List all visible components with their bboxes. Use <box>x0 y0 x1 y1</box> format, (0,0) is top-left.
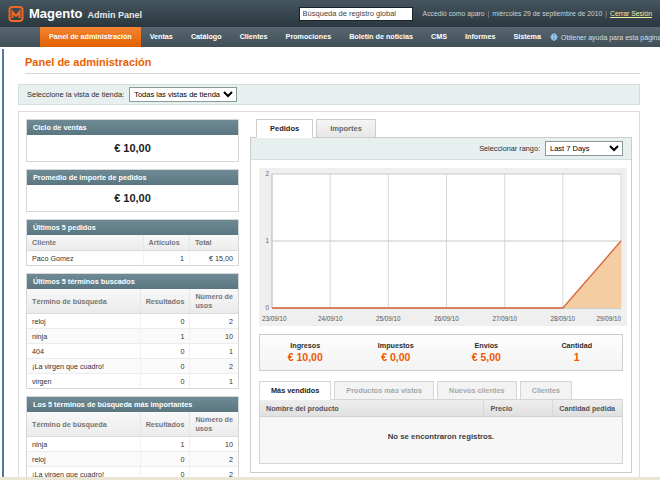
lifetime-sales-title: Ciclo de ventas <box>27 120 238 135</box>
brand-name: Magento <box>29 6 82 21</box>
top-search-table: Término de búsqueda Resultados Número de… <box>27 412 238 480</box>
range-toolbar: Seleccionar rango: Last 7 Days <box>251 138 631 160</box>
nav-item-catalogo[interactable]: Catálogo <box>182 27 231 47</box>
cell-total: € 15,00 <box>189 251 238 266</box>
stat-value: € 0,00 <box>351 351 442 363</box>
nav-item-cms[interactable]: CMS <box>422 27 456 47</box>
column-header: Número de usos <box>190 412 238 437</box>
tab-productos-mas-vistos[interactable]: Productos más vistos <box>334 381 434 400</box>
lifetime-sales-value: € 10,00 <box>27 135 238 161</box>
cell-items: 1 <box>143 251 189 266</box>
column-header: Número de usos <box>190 289 238 314</box>
svg-text:23/09/10: 23/09/10 <box>262 315 287 322</box>
table-row[interactable]: Paco Gomez 1 € 15,00 <box>27 251 238 266</box>
tab-mas-vendidos[interactable]: Más vendidos <box>259 381 331 400</box>
column-header: Cliente <box>27 235 143 251</box>
column-header: Resultados <box>140 412 190 437</box>
tab-pedidos[interactable]: Pedidos <box>256 119 313 138</box>
svg-text:24/09/10: 24/09/10 <box>318 315 343 322</box>
column-header: Resultados <box>140 289 190 314</box>
nav-item-promociones[interactable]: Promociones <box>277 27 341 47</box>
cell-uses: 10 <box>190 437 238 452</box>
products-table-header: Nombre del producto Precio Cantidad pedi… <box>260 400 622 417</box>
nav-item-clientes[interactable]: Clientes <box>231 27 277 47</box>
last-orders-widget: Últimos 5 pedidos Cliente Artículos Tota… <box>26 219 239 266</box>
range-label: Seleccionar rango: <box>479 144 540 153</box>
nav-item-dashboard[interactable]: Panel de administración <box>40 27 141 47</box>
products-table: Nombre del producto Precio Cantidad pedi… <box>259 399 623 464</box>
dashboard-container: Ciclo de ventas € 10,00 Promedio de impo… <box>18 111 640 480</box>
separator: | <box>488 10 490 17</box>
cell-uses: 2 <box>190 452 238 467</box>
tab-clientes[interactable]: Clientes <box>520 381 572 400</box>
column-header: Cantidad pedida <box>553 400 622 416</box>
cell-term: ninja <box>27 329 140 344</box>
cell-term: ¡La virgen que cuadro! <box>27 359 140 374</box>
empty-records-message: No se encontraron registros. <box>260 417 622 463</box>
cell-results: 0 <box>140 374 190 389</box>
tab-nuevos-clientes[interactable]: Nuevos clientes <box>437 381 517 400</box>
store-view-bar: Seleccione la vista de tienda: Todas las… <box>18 84 640 105</box>
nav-item-informes[interactable]: Informes <box>456 27 504 47</box>
cell-term: 404 <box>27 344 140 359</box>
page-title: Panel de administración <box>25 56 640 68</box>
stat-value: € 10,00 <box>260 351 351 363</box>
cell-results: 0 <box>140 344 190 359</box>
stat-label: Envíos <box>441 341 532 350</box>
range-select[interactable]: Last 7 Days <box>545 141 623 156</box>
cell-term: reloj <box>27 452 140 467</box>
table-row[interactable]: reloj 0 2 <box>27 314 238 329</box>
help-label: Obtener ayuda para esta página <box>561 34 660 41</box>
cell-term: reloj <box>27 314 140 329</box>
global-search-input[interactable] <box>299 7 413 21</box>
cell-term: ninja <box>27 437 140 452</box>
last-search-widget: Últimos 5 términos buscados Término de b… <box>26 273 239 389</box>
stat-value: 1 <box>532 351 623 363</box>
svg-text:28/09/10: 28/09/10 <box>551 315 576 322</box>
brand-suffix: Admin Panel <box>87 7 142 20</box>
svg-text:0: 0 <box>265 304 269 311</box>
table-row[interactable]: reloj 0 2 <box>27 452 238 467</box>
store-view-label: Seleccione la vista de tienda: <box>27 90 124 99</box>
nav-item-ventas[interactable]: Ventas <box>141 27 182 47</box>
svg-text:26/09/10: 26/09/10 <box>434 315 459 322</box>
svg-text:25/09/10: 25/09/10 <box>376 315 401 322</box>
svg-text:2: 2 <box>265 170 269 177</box>
cell-results: 1 <box>140 329 190 344</box>
title-divider <box>25 73 640 74</box>
cell-uses: 10 <box>190 329 238 344</box>
cell-results: 1 <box>140 437 190 452</box>
main-nav: Panel de administración Ventas Catálogo … <box>0 27 660 47</box>
stat-cantidad: Cantidad 1 <box>532 341 623 363</box>
orders-panel: Seleccionar rango: Last 7 Days 01223/09/… <box>250 137 632 473</box>
table-row[interactable]: virgen 0 1 <box>27 374 238 389</box>
top-header: Magento Admin Panel Accedió como aparo|m… <box>0 0 660 27</box>
tab-importes[interactable]: Importes <box>316 119 376 138</box>
logout-link[interactable]: Cerrar Sesión <box>610 10 652 17</box>
dashboard-left-column: Ciclo de ventas € 10,00 Promedio de impo… <box>26 119 239 480</box>
totals-bar: Ingresos € 10,00 Impuestos € 0,00 Envíos… <box>259 334 623 371</box>
stat-impuestos: Impuestos € 0,00 <box>351 341 442 363</box>
table-row[interactable]: 404 0 1 <box>27 344 238 359</box>
column-header: Total <box>189 235 238 251</box>
last-search-table: Término de búsqueda Resultados Número de… <box>27 289 238 388</box>
column-header: Término de búsqueda <box>27 412 140 437</box>
cell-results: 0 <box>140 314 190 329</box>
table-row[interactable]: ninja 1 10 <box>27 329 238 344</box>
cell-term: virgen <box>27 374 140 389</box>
cell-uses: 1 <box>190 344 238 359</box>
table-row[interactable]: ninja 1 10 <box>27 437 238 452</box>
column-header: Artículos <box>143 235 189 251</box>
nav-item-sistema[interactable]: Sistema <box>504 27 550 47</box>
help-link[interactable]: Obtener ayuda para esta página <box>550 27 660 47</box>
table-row[interactable]: ¡La virgen que cuadro! 0 2 <box>27 359 238 374</box>
nav-item-boletin[interactable]: Boletín de noticias <box>340 27 422 47</box>
store-view-select[interactable]: Todas las vistas de tienda <box>129 87 237 102</box>
stat-label: Cantidad <box>532 341 623 350</box>
stat-label: Ingresos <box>260 341 351 350</box>
svg-text:1: 1 <box>265 237 269 244</box>
header-user-info: Accedió como aparo|miércoles 29 de septi… <box>423 10 652 17</box>
separator: | <box>605 10 607 17</box>
column-header: Precio <box>484 400 553 416</box>
stat-envios: Envíos € 5,00 <box>441 341 532 363</box>
